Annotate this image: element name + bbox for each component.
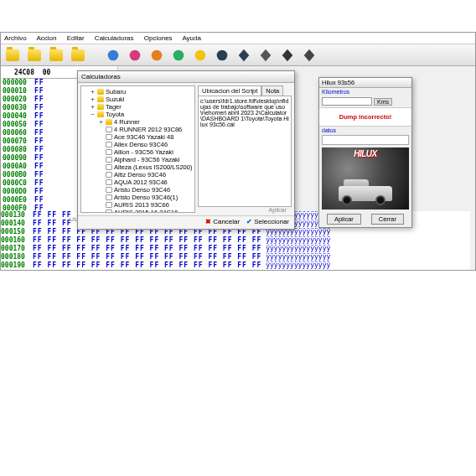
svg-point-5 — [217, 49, 228, 60]
save-icon[interactable] — [26, 47, 43, 64]
dump-error: Dump incorrecto! — [319, 107, 411, 127]
tab-nota[interactable]: Nota — [261, 85, 283, 96]
tree-brand[interactable]: +Subaru — [83, 88, 193, 96]
tree-model[interactable]: AURIS 2015 16 24C16 — [83, 209, 193, 213]
tool-pink[interactable] — [127, 47, 143, 64]
tool-dark3[interactable] — [257, 47, 274, 64]
svg-point-2 — [152, 49, 163, 60]
tree-brand[interactable]: −Toyota — [83, 111, 193, 118]
menu-bar: Archivo Accion Editar Calculadoras Opcio… — [1, 33, 475, 44]
tree-brand[interactable]: +Suzuki — [83, 96, 193, 103]
hilux-dialog: Hilux 93s56 Kilometros Kms Dump incorrec… — [318, 77, 412, 228]
tree-model[interactable]: Aristo Denso 93C46 — [83, 186, 193, 194]
km-section-label: Kilometros — [319, 88, 411, 96]
menu-archivo[interactable]: Archivo — [4, 34, 27, 42]
toolbar — [1, 44, 475, 66]
datos-box — [322, 135, 409, 145]
aplicar-link[interactable]: Aplicar — [198, 207, 292, 213]
svg-point-0 — [108, 49, 119, 60]
tool-dark2[interactable] — [235, 47, 252, 64]
tool-dark4[interactable] — [279, 47, 296, 64]
tree-model[interactable]: +4 Runner — [83, 118, 193, 126]
tree-model[interactable]: Allion - 93C56 Yazaki — [83, 148, 193, 156]
km-input[interactable] — [322, 97, 372, 106]
cancel-button[interactable]: ✖Cancelar — [205, 218, 240, 225]
hilux-title: Hilux 93s56 — [319, 78, 411, 88]
svg-point-3 — [173, 49, 184, 60]
svg-marker-7 — [261, 49, 272, 60]
tool-orange[interactable] — [148, 47, 165, 64]
svg-point-1 — [130, 49, 141, 60]
device-label: 24C08 — [3, 69, 34, 77]
tree-model[interactable]: Aristo Denso 93C46(1) — [83, 194, 193, 201]
menu-ayuda[interactable]: Ayuda — [182, 34, 201, 42]
tree-model[interactable]: Allex Denso 93C46 — [83, 141, 193, 148]
menu-calculadoras[interactable]: Calculadoras — [95, 34, 134, 42]
aplicar-button[interactable]: Aplicar — [327, 214, 361, 225]
tool-blue[interactable] — [105, 47, 122, 64]
tool-dark[interactable] — [214, 47, 230, 64]
script-path: c:\users\fdr1.store.fdf\desktop\nfidujas… — [198, 96, 292, 207]
tree-model[interactable]: AQUA 2012 93C46 — [83, 178, 193, 186]
datos-label: datos — [319, 127, 411, 134]
tree-model[interactable]: AURIS 2013 93C66 — [83, 201, 193, 209]
svg-marker-9 — [304, 49, 315, 60]
menu-opciones[interactable]: Opciones — [144, 34, 173, 42]
tool-yellow[interactable] — [192, 47, 209, 64]
tree-brand[interactable]: +Tager — [83, 103, 193, 111]
tree-model[interactable]: 4 RUNNER 2012 93C86 — [83, 126, 193, 133]
tree-model[interactable]: Alteza (Lexus IS200/LS200) — [83, 163, 193, 171]
svg-marker-6 — [239, 49, 250, 60]
icon-4[interactable] — [70, 47, 86, 64]
vehicle-tree[interactable]: +Subaru+Suzuki+Tager−Toyota+4 Runner4 RU… — [80, 85, 195, 213]
cerrar-button[interactable]: Cerrar — [371, 214, 404, 225]
vehicle-image: HILUX — [322, 147, 409, 210]
open-icon[interactable] — [4, 47, 21, 64]
tab-script[interactable]: Ubicacion del Script — [198, 85, 261, 96]
tree-model[interactable]: Ace 93C46 Yazaki 48 — [83, 133, 193, 141]
tool-dark5[interactable] — [301, 47, 318, 64]
menu-editar[interactable]: Editar — [67, 34, 85, 42]
calculator-dialog: Calculadoras +Subaru+Suzuki+Tager−Toyota… — [77, 70, 295, 230]
select-button[interactable]: ✔Seleccionar — [246, 218, 289, 225]
icon-3[interactable] — [48, 47, 65, 64]
tool-green[interactable] — [170, 47, 187, 64]
tree-model[interactable]: Altiz Denso 93C46 — [83, 171, 193, 178]
svg-marker-8 — [282, 49, 293, 60]
tree-model[interactable]: Alphard - 93C56 Yazaki — [83, 156, 193, 163]
km-button[interactable]: Kms — [374, 98, 392, 106]
menu-accion[interactable]: Accion — [36, 34, 56, 42]
dialog-title: Calculadoras — [78, 71, 294, 83]
svg-point-4 — [195, 49, 206, 60]
